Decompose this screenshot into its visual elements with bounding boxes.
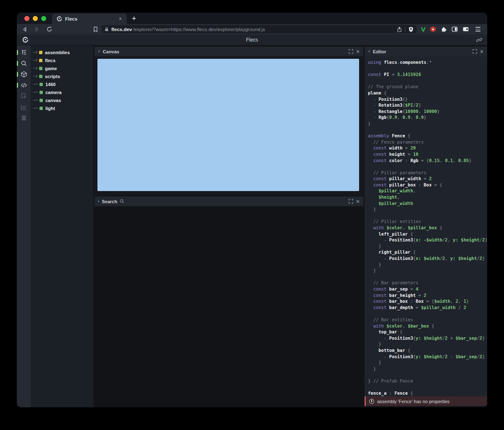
tree-item-label: 1460 <box>45 82 55 87</box>
search-icon <box>120 199 124 204</box>
sidebar-tree-view-icon[interactable] <box>17 49 31 56</box>
collapsed-bullet-icon[interactable]: • <box>98 199 100 204</box>
tree-item-scripts[interactable]: ›scripts <box>31 72 93 80</box>
sidebar-line-chart-icon[interactable] <box>17 104 31 110</box>
tree-item-label: light <box>45 106 55 111</box>
extensions-puzzle-icon[interactable] <box>441 26 447 32</box>
tree-item-label: game <box>45 66 57 71</box>
error-bar: assembly 'Fence' has no properties <box>365 396 487 406</box>
divider <box>405 27 405 32</box>
app-title: Flecs <box>17 37 487 43</box>
close-panel-icon[interactable]: ✕ <box>480 49 484 54</box>
entity-color-square <box>39 91 43 94</box>
entity-color-square <box>39 59 42 62</box>
share-icon[interactable] <box>397 26 402 32</box>
search-panel: • Search ✕ <box>94 197 363 407</box>
fullscreen-icon[interactable] <box>349 49 353 54</box>
reload-button[interactable] <box>46 26 52 32</box>
sidebar-stats-icon[interactable] <box>17 115 31 121</box>
code-area[interactable]: using flecs.components.* const PI = 3.14… <box>365 56 487 396</box>
sidebar-code-icon[interactable] <box>17 82 31 89</box>
canvas-3d-viewport[interactable] <box>97 59 359 191</box>
tree-item-1460[interactable]: 1460 <box>31 80 93 88</box>
browser-window: Flecs × + flecs.dev /explorer/?wasm=htt <box>17 13 487 407</box>
sidebar-toggle-icon[interactable] <box>452 26 458 32</box>
expand-chevron-icon[interactable]: › <box>36 74 37 78</box>
entity-color-square <box>39 75 42 78</box>
entity-color-square <box>39 107 43 110</box>
tree-item-canvas[interactable]: canvas <box>31 96 93 104</box>
editor-panel-title: Editor <box>373 49 386 54</box>
tree-item-label: canvas <box>45 98 61 103</box>
close-panel-icon[interactable]: ✕ <box>356 49 360 54</box>
tree-item-camera[interactable]: camera <box>31 88 93 96</box>
tab-close-icon[interactable]: × <box>117 16 123 22</box>
tree-item-label: flecs <box>45 58 55 63</box>
entity-color-square <box>39 51 42 54</box>
url-domain: flecs.dev <box>111 27 132 32</box>
back-button[interactable] <box>22 26 28 32</box>
tree-item-label: scripts <box>45 74 60 79</box>
search-panel-body[interactable] <box>94 206 363 407</box>
expand-chevron-icon[interactable]: › <box>36 50 37 54</box>
flecs-logo <box>22 37 29 43</box>
app-header: Flecs <box>17 34 487 45</box>
brave-shield-icon[interactable] <box>408 26 414 32</box>
error-message: assembly 'Fence' has no properties <box>377 399 449 404</box>
tab-title: Flecs <box>65 16 114 21</box>
left-icon-strip <box>17 45 31 407</box>
editor-panel-header: ˅ Editor ✕ <box>365 47 487 56</box>
zoom-window-button[interactable] <box>41 16 46 21</box>
collapse-chevron-icon[interactable]: ˅ <box>98 49 100 54</box>
entity-color-square <box>39 67 42 70</box>
url-path: /explorer/?wasm=https://www.flecs.dev/ex… <box>133 27 394 32</box>
close-panel-icon[interactable]: ✕ <box>356 199 360 204</box>
active-indicator <box>17 83 18 88</box>
new-tab-button[interactable]: + <box>127 14 141 24</box>
bookmark-icon[interactable] <box>93 26 98 32</box>
sidebar-inspect-icon[interactable] <box>17 93 31 100</box>
search-panel-header: • Search ✕ <box>94 197 363 206</box>
url-bar[interactable]: flecs.dev /explorer/?wasm=https://www.fl… <box>102 25 417 33</box>
canvas-panel-title: Canvas <box>103 49 119 54</box>
tab-strip: Flecs × + <box>17 13 487 24</box>
active-indicator <box>17 61 18 66</box>
tab-favicon-flecs-logo <box>56 16 62 22</box>
tree-item-game[interactable]: ›game <box>31 64 93 72</box>
collapse-chevron-icon[interactable]: ˅ <box>368 49 370 54</box>
canvas-panel-body <box>94 56 363 195</box>
adblock-hexagon-icon[interactable] <box>430 26 436 32</box>
active-indicator <box>17 50 18 55</box>
expand-chevron-icon[interactable]: › <box>36 66 37 70</box>
active-indicator <box>17 72 18 77</box>
sidebar-search-icon[interactable] <box>17 60 31 67</box>
tree-item-flecs[interactable]: ›flecs <box>31 56 93 64</box>
tree-item-assemblies[interactable]: ›assemblies <box>31 48 93 56</box>
minimize-window-button[interactable] <box>33 16 38 21</box>
entity-tree: ›assemblies›flecs›game›scripts1460camera… <box>31 45 93 407</box>
browser-tab[interactable]: Flecs × <box>52 13 127 24</box>
expand-chevron-icon[interactable]: › <box>36 58 37 62</box>
canvas-panel-header: ˅ Canvas ✕ <box>94 47 363 56</box>
browser-toolbar: flecs.dev /explorer/?wasm=https://www.fl… <box>17 24 487 34</box>
search-panel-title: Search <box>102 199 118 204</box>
vue-devtools-icon[interactable]: V <box>421 26 425 33</box>
fullscreen-icon[interactable] <box>472 49 477 54</box>
window-controls <box>17 13 52 24</box>
error-exclamation-icon <box>369 399 374 404</box>
close-window-button[interactable] <box>24 16 29 21</box>
canvas-panel: ˅ Canvas ✕ <box>94 47 363 195</box>
entity-color-square <box>39 99 43 102</box>
tree-item-label: assemblies <box>45 50 70 55</box>
tree-item-label: camera <box>45 90 62 95</box>
entity-color-square <box>39 83 43 86</box>
fullscreen-icon[interactable] <box>349 199 353 204</box>
forward-button[interactable] <box>34 26 40 32</box>
menu-icon[interactable] <box>474 27 480 31</box>
sidebar-cube-icon[interactable] <box>17 71 31 78</box>
editor-panel: ˅ Editor ✕ using flecs.components.* cons… <box>365 47 487 407</box>
share-link-icon[interactable] <box>476 37 482 43</box>
tree-item-light[interactable]: light <box>31 104 93 112</box>
wallet-icon[interactable] <box>462 26 469 32</box>
lock-icon <box>105 27 109 31</box>
